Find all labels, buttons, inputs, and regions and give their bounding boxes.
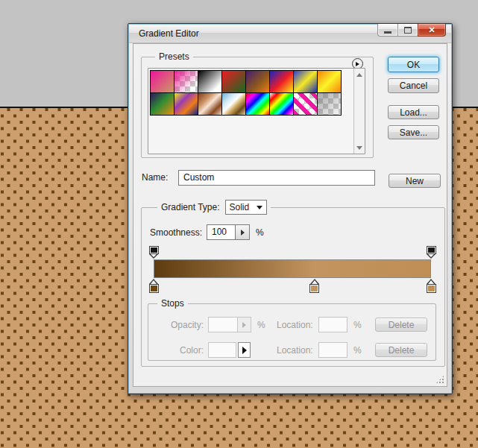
scroll-down-button[interactable] xyxy=(354,142,365,153)
preset-swatch-black-white[interactable] xyxy=(198,70,222,93)
preset-swatch-violet-green-orange[interactable] xyxy=(150,92,174,116)
preset-swatch-copper[interactable] xyxy=(198,92,222,116)
minimize-button[interactable] xyxy=(377,24,398,37)
color-stop[interactable] xyxy=(309,279,319,293)
maximize-icon xyxy=(404,27,412,34)
presets-listbox xyxy=(148,68,365,154)
preset-swatch-transparent-rainbow[interactable] xyxy=(269,92,294,116)
smoothness-label: Smoothness: xyxy=(150,227,202,238)
presets-group: Presets xyxy=(141,57,374,158)
preset-swatch-foreground-to-background[interactable] xyxy=(150,70,174,93)
ok-button[interactable]: OK xyxy=(388,57,439,72)
preset-swatch-blue-yellow-blue[interactable] xyxy=(293,70,318,93)
delete-opacity-stop-button[interactable]: Delete xyxy=(375,318,427,332)
gradient-type-value: Solid xyxy=(230,202,250,212)
color-stop[interactable] xyxy=(427,279,436,293)
color-location-label: Location: xyxy=(277,345,313,356)
stops-label: Stops xyxy=(157,298,188,309)
color-picker-arrow-button[interactable] xyxy=(238,342,251,358)
preset-swatch-blue-red-yellow[interactable] xyxy=(269,70,294,93)
gradient-editor-dialog: Gradient Editor ✕ Presets xyxy=(128,23,453,394)
opacity-popup-button[interactable] xyxy=(237,317,251,332)
preset-swatch-orange-yellow-orange[interactable] xyxy=(317,70,342,93)
chevron-down-icon xyxy=(257,206,262,209)
presets-scrollbar[interactable] xyxy=(353,69,365,154)
flyout-arrow-icon xyxy=(356,62,359,66)
presets-label: Presets xyxy=(155,51,193,62)
load-button[interactable]: Load... xyxy=(388,105,439,119)
color-location-unit: % xyxy=(353,345,362,356)
preset-swatch-yellow-violet-orange-blue[interactable] xyxy=(174,92,198,116)
preset-swatches xyxy=(150,70,349,115)
dialog-body: Presets OK Cancel Load... Save... Name: xyxy=(133,43,447,387)
color-stops-track[interactable] xyxy=(154,279,431,294)
maximize-button[interactable] xyxy=(397,24,418,37)
arrow-right-icon xyxy=(241,230,245,236)
gradient-type-row: Gradient Type: Solid xyxy=(157,200,271,215)
preset-swatch-foreground-to-transparent[interactable] xyxy=(174,70,198,93)
preset-swatch-transparent-stripes[interactable] xyxy=(293,92,318,116)
smoothness-popup-button[interactable] xyxy=(235,224,250,240)
opacity-label: Opacity: xyxy=(169,320,204,330)
opacity-input[interactable] xyxy=(208,317,238,332)
stops-group: Stops Opacity: % Location: % Delete Colo… xyxy=(148,303,436,361)
new-button[interactable]: New xyxy=(389,174,441,188)
color-label: Color: xyxy=(169,345,204,356)
arrow-down-icon xyxy=(356,146,362,150)
preset-swatch-violet-orange[interactable] xyxy=(245,70,270,93)
arrow-up-icon xyxy=(356,73,362,77)
opacity-stop[interactable] xyxy=(149,246,159,259)
name-input[interactable]: Custom xyxy=(178,170,375,186)
gradient-type-select[interactable]: Solid xyxy=(225,200,267,215)
smoothness-unit: % xyxy=(256,227,264,238)
opacity-location-label: Location: xyxy=(277,320,313,330)
close-icon: ✕ xyxy=(428,25,435,36)
gradient-bar[interactable] xyxy=(154,259,431,278)
window-controls: ✕ xyxy=(377,24,446,37)
preset-swatch-spectrum[interactable] xyxy=(245,92,270,116)
name-label: Name: xyxy=(142,172,168,183)
smoothness-input[interactable]: 100 xyxy=(207,224,236,240)
color-stop[interactable] xyxy=(149,279,159,293)
color-swatch-button[interactable] xyxy=(208,342,236,358)
window-title: Gradient Editor xyxy=(139,25,199,43)
save-button[interactable]: Save... xyxy=(388,125,439,139)
opacity-unit: % xyxy=(257,320,265,330)
minimize-icon xyxy=(384,31,391,34)
opacity-location-unit: % xyxy=(353,320,362,330)
arrow-right-icon xyxy=(242,347,247,354)
gradient-type-group: Gradient Type: Solid Smoothness: 100 % xyxy=(141,207,445,367)
arrow-right-icon xyxy=(242,322,246,328)
color-location-input[interactable] xyxy=(318,342,348,358)
preset-swatch-red-green[interactable] xyxy=(221,70,246,93)
opacity-location-input[interactable] xyxy=(318,317,348,332)
opacity-stops-track[interactable] xyxy=(154,246,431,259)
scroll-up-button[interactable] xyxy=(354,69,365,80)
cancel-button[interactable]: Cancel xyxy=(388,78,439,93)
gradient-type-label: Gradient Type: xyxy=(161,202,220,212)
preset-swatch-chrome[interactable] xyxy=(221,92,246,116)
opacity-stop[interactable] xyxy=(427,246,436,259)
delete-color-stop-button[interactable]: Delete xyxy=(375,343,427,357)
close-button[interactable]: ✕ xyxy=(418,24,446,37)
screen: Gradient Editor ✕ Presets xyxy=(0,0,478,448)
preset-swatch-neutral-density[interactable] xyxy=(317,92,342,116)
resize-grip[interactable] xyxy=(435,375,444,384)
